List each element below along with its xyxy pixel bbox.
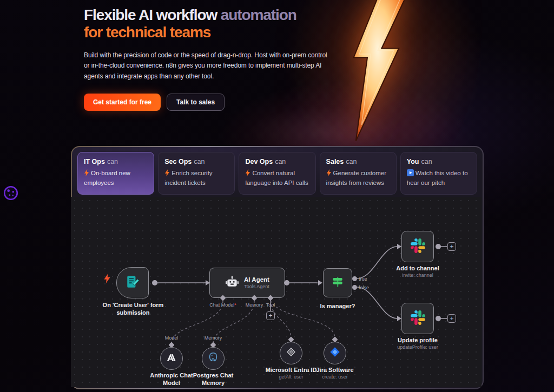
add-node-button[interactable]: + [447,242,456,251]
node-label: Is manager? [311,303,365,310]
workflow-demo-panel: IT Opscan On-board new employees Sec Ops… [71,146,484,389]
node-slack-add-to-channel[interactable] [401,231,434,262]
node-subtitle: invite: channel [391,273,445,278]
cookie-icon [3,185,19,201]
node-jira-software[interactable] [324,342,346,364]
agent-title: AI Agent [244,276,269,283]
hero-description: Build with the precision of code or the … [84,50,328,82]
trigger-output-connector [152,280,157,285]
lightning-bolt-artwork [324,0,432,145]
hero-section: Flexible AI workflow automationfor techn… [84,6,344,111]
tab-dev-ops[interactable]: Dev Opscan Convert natural language into… [239,152,315,195]
workflow-canvas[interactable]: On 'Create User' form submission AI Agen… [72,197,482,387]
tab-sales[interactable]: Salescan Generate customer insights from… [320,152,397,195]
jira-icon [329,346,341,360]
trigger-bolt-icon [103,274,111,285]
node-slack-update-profile[interactable] [401,303,434,334]
agent-subtitle: Tools Agent [244,284,269,289]
audience-tabs: IT Opscan On-board new employees Sec Ops… [72,147,483,198]
node-label: On 'Create User' form submission [93,302,174,317]
add-node-button[interactable]: + [447,314,456,323]
node-subtitle: create: user [308,374,362,380]
switch-icon [331,275,345,291]
true-output-connector [352,276,357,281]
node-label: Jira Software [308,367,362,374]
cookie-consent-icon[interactable] [3,185,19,201]
slack-icon [411,238,425,255]
tab-it-ops[interactable]: IT Opscan On-board new employees [77,152,154,195]
node-subtitle: updateProfile: user [388,344,447,350]
node-form-trigger[interactable] [116,267,149,298]
tab-you[interactable]: Youcan Watch this video to hear our pitc… [400,152,477,195]
entra-id-icon [285,346,297,360]
page-title: Flexible AI workflow automationfor techn… [84,6,344,42]
robot-icon [225,276,239,290]
node-label: Update profile [391,337,445,344]
agent-output-connector [284,280,289,285]
talk-to-sales-button[interactable]: Talk to sales [167,94,225,111]
get-started-button[interactable]: Get started for free [84,94,161,111]
slack-icon [411,310,425,327]
bolt-icon [84,169,89,179]
node-label: Postgres Chat Memory [186,372,240,387]
postgres-icon [207,351,219,366]
node-microsoft-entra-id[interactable] [280,342,302,364]
node-ai-agent[interactable]: AI Agent Tools Agent [209,268,285,298]
false-output-connector [352,285,357,290]
add-tool-button[interactable]: + [266,311,275,320]
bolt-icon [245,169,250,179]
slack-add-output-connector [436,244,441,249]
node-label: Add to channel [391,265,445,273]
play-icon [407,169,414,179]
form-icon [126,275,140,291]
tab-sec-ops[interactable]: Sec Opscan Enrich security incident tick… [158,152,235,195]
node-anthropic-chat-model[interactable] [160,347,183,370]
bolt-icon [326,169,332,179]
bolt-icon [164,169,170,179]
node-postgres-chat-memory[interactable] [202,347,225,370]
node-is-manager[interactable] [323,268,352,297]
slack-update-output-connector [436,316,441,321]
anthropic-icon [166,354,177,364]
